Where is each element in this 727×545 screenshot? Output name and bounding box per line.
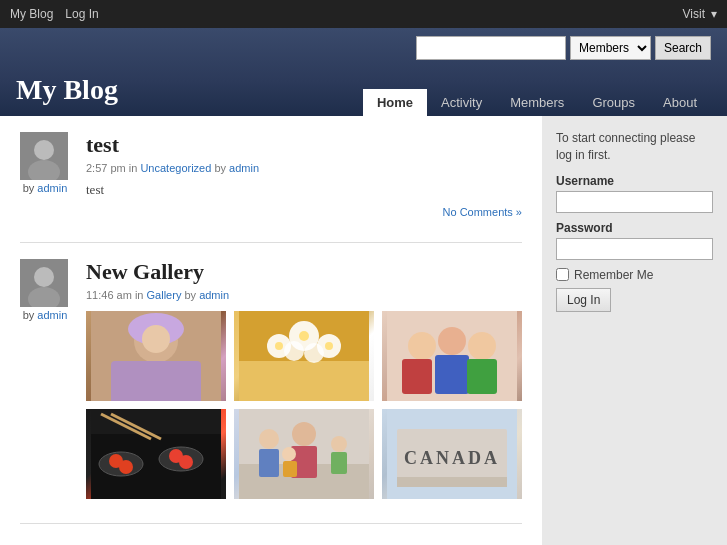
header-bottom-row: My Blog Home Activity Members Groups Abo…: [16, 66, 711, 116]
visit-link[interactable]: Visit: [683, 7, 705, 21]
gallery-thumb-5[interactable]: [234, 409, 374, 499]
svg-rect-25: [402, 359, 432, 394]
post-content-1: test: [86, 182, 522, 198]
username-input[interactable]: [556, 191, 713, 213]
main-nav: Home Activity Members Groups About: [363, 89, 711, 116]
admin-site-link[interactable]: My Blog: [10, 7, 53, 21]
svg-rect-51: [397, 477, 507, 487]
post-2: by admin New Gallery 11:46 am in Gallery…: [20, 259, 522, 524]
svg-rect-27: [467, 359, 497, 394]
members-dropdown[interactable]: Members: [570, 36, 651, 60]
post-header-2: by admin New Gallery 11:46 am in Gallery…: [20, 259, 522, 499]
post-byline-2: by admin: [20, 309, 70, 321]
svg-rect-26: [435, 355, 469, 394]
svg-rect-45: [331, 452, 347, 474]
svg-point-20: [325, 342, 333, 350]
post-avatar-1: by admin: [20, 132, 70, 194]
post-meta-1: 2:57 pm in Uncategorized by admin: [86, 162, 522, 174]
svg-point-23: [438, 327, 466, 355]
login-button[interactable]: Log In: [556, 288, 611, 312]
svg-rect-8: [111, 361, 201, 401]
site-header: Members Search My Blog Home Activity Mem…: [0, 28, 727, 116]
svg-text:CANADA: CANADA: [404, 448, 500, 468]
svg-point-10: [142, 325, 170, 353]
svg-point-1: [34, 140, 54, 160]
content-area: by admin test 2:57 pm in Uncategorized b…: [0, 116, 542, 545]
nav-activity[interactable]: Activity: [427, 89, 496, 116]
svg-point-42: [292, 422, 316, 446]
svg-point-17: [304, 343, 324, 363]
admin-bar: My Blog Log In Visit ▾: [0, 0, 727, 28]
post-body-1: test 2:57 pm in Uncategorized by admin t…: [86, 132, 522, 218]
post-meta-2: 11:46 am in Gallery by admin: [86, 289, 522, 301]
visit-chevron-icon: ▾: [711, 7, 717, 21]
admin-login-link[interactable]: Log In: [65, 7, 98, 21]
post-meta-author-link-1[interactable]: admin: [229, 162, 259, 174]
svg-point-24: [468, 332, 496, 360]
svg-point-34: [179, 455, 193, 469]
gallery-thumb-3[interactable]: [382, 311, 522, 401]
username-label: Username: [556, 174, 713, 188]
svg-point-4: [34, 267, 54, 287]
gallery-thumb-1[interactable]: [86, 311, 226, 401]
post-avatar-2: by admin: [20, 259, 70, 321]
nav-about[interactable]: About: [649, 89, 711, 116]
remember-me-label: Remember Me: [574, 268, 653, 282]
site-title: My Blog: [16, 66, 118, 116]
post-header-1: by admin test 2:57 pm in Uncategorized b…: [20, 132, 522, 218]
gallery-thumb-2[interactable]: [234, 311, 374, 401]
admin-bar-left: My Blog Log In: [10, 7, 99, 21]
post-1: by admin test 2:57 pm in Uncategorized b…: [20, 132, 522, 243]
gallery-thumb-6[interactable]: CANADA: [382, 409, 522, 499]
svg-rect-47: [283, 461, 297, 477]
svg-point-31: [119, 460, 133, 474]
search-button[interactable]: Search: [655, 36, 711, 60]
post-meta-author-link-2[interactable]: admin: [199, 289, 229, 301]
avatar-image-2: [20, 259, 68, 307]
no-comments-link-1[interactable]: No Comments »: [443, 206, 522, 218]
svg-point-19: [299, 331, 309, 341]
post-author-link-1[interactable]: admin: [37, 182, 67, 194]
password-input[interactable]: [556, 238, 713, 260]
svg-point-40: [259, 429, 279, 449]
nav-home[interactable]: Home: [363, 89, 427, 116]
svg-rect-35: [91, 409, 221, 434]
post-footer-1: No Comments »: [86, 206, 522, 218]
gallery-thumb-4[interactable]: [86, 409, 226, 499]
password-label: Password: [556, 221, 713, 235]
svg-point-44: [331, 436, 347, 452]
svg-point-22: [408, 332, 436, 360]
sidebar-connect-text: To start connecting please log in first.: [556, 130, 713, 164]
svg-rect-12: [239, 361, 369, 401]
post-author-link-2[interactable]: admin: [37, 309, 67, 321]
svg-point-16: [284, 341, 304, 361]
post-byline-1: by admin: [20, 182, 70, 194]
gallery-grid: CANADA: [86, 311, 522, 499]
post-category-link-1[interactable]: Uncategorized: [140, 162, 211, 174]
avatar-image-1: [20, 132, 68, 180]
post-title-1: test: [86, 132, 522, 158]
svg-rect-41: [259, 449, 279, 477]
post-body-2: New Gallery 11:46 am in Gallery by admin: [86, 259, 522, 499]
post-category-link-2[interactable]: Gallery: [147, 289, 182, 301]
sidebar: To start connecting please log in first.…: [542, 116, 727, 545]
post-title-2: New Gallery: [86, 259, 522, 285]
svg-point-46: [282, 447, 296, 461]
remember-me-checkbox[interactable]: [556, 268, 569, 281]
nav-groups[interactable]: Groups: [578, 89, 649, 116]
svg-point-18: [275, 342, 283, 350]
search-input[interactable]: [416, 36, 566, 60]
header-search-row: Members Search: [16, 28, 711, 66]
main-layout: by admin test 2:57 pm in Uncategorized b…: [0, 116, 727, 545]
nav-members[interactable]: Members: [496, 89, 578, 116]
admin-bar-right: Visit ▾: [683, 7, 717, 21]
remember-me-row: Remember Me: [556, 268, 713, 282]
